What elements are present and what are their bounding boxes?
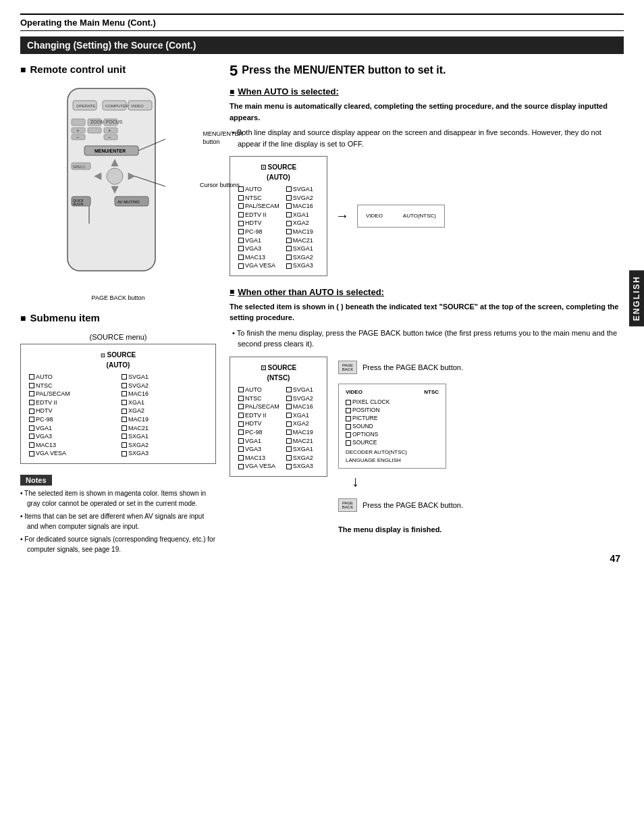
right-column: 5 Press the MENU/ENTER button to set it.… [230,63,624,538]
menu-item: AUTO [238,185,279,194]
menu-item: MAC16 [286,402,319,411]
press1-text: Press the PAGE BACK button. [363,363,463,371]
right-sequence: PAGEBACK Press the PAGE BACK button. VID… [338,357,463,533]
menu-item: MAC13 [29,441,115,450]
menu-finished: The menu display is finished. [338,525,463,533]
step-number: 5 [230,63,238,78]
notes-box: Notes • The selected item is shown in ma… [20,475,216,554]
menu-item: XGA2 [286,219,319,228]
when-other-heading: When other than AUTO is selected: [230,287,624,297]
screen2-content: VIDEO AUTO(NTSC) [365,209,437,222]
menu-item: XGA1 [286,411,319,420]
svg-text:ZOOM: ZOOM [90,120,105,124]
menu-item: PC-98 [238,428,279,437]
press2-text: Press the PAGE BACK button. [363,501,463,509]
menu-item: VGA3 [238,445,279,454]
screen-auto-illustration: ⊡ SOURCE(AUTO) AUTO NTSC PAL/SECAM EDTV … [230,156,624,276]
menu-item: SVGA2 [122,382,207,390]
menu-item: HDTV [29,407,115,415]
menu-item: MAC13 [238,454,279,463]
menu-item: EDTV II [238,411,279,420]
menu-item: PC-98 [238,228,279,236]
screen1-box: ⊡ SOURCE(AUTO) AUTO NTSC PAL/SECAM EDTV … [230,156,327,276]
screen3-col-right: SVGA1 SVGA2 MAC16 XGA1 XGA2 MAC19 MAC21 … [286,386,319,471]
source-menu-icon-title: ⊡ SOURCE(AUTO) [29,350,207,370]
svg-text:−: − [76,134,80,140]
page-header: Operating the Main Menu (Cont.) [20,14,624,31]
menu-item: VGA VESA [238,261,279,270]
menu-item: SXGA1 [122,432,207,441]
screen4-bottom1: DECODER AUTO(NTSC) [346,448,439,456]
svg-text:+: + [76,128,80,134]
remote-svg: OPERATE COMPUTER VIDEO VOL. ZOOM FOCUS + [47,82,189,293]
menu-item: SXGA2 [286,454,319,463]
menu-item: NTSC [238,394,279,403]
main-columns: Remote control unit OPERATE COMPUTER VID… [20,63,624,557]
screen2-left: VIDEO [366,212,383,219]
menu-item: PAL/SECAM [238,402,279,411]
screen1-cols: AUTO NTSC PAL/SECAM EDTV II HDTV PC-98 V… [238,185,319,270]
svg-text:FOCUS: FOCUS [106,120,123,124]
down-arrow-2: ↓ [338,473,463,490]
left-column: Remote control unit OPERATE COMPUTER VID… [20,63,216,557]
screen4-item-1: PIXEL CLOCK [346,398,439,407]
svg-rect-15 [88,128,101,133]
screen3-cols: AUTO NTSC PAL/SECAM EDTV II HDTV PC-98 V… [238,386,319,471]
menu-item: SXGA2 [286,253,319,262]
menu-item: MAC21 [286,236,319,245]
screen4-bottom2: LANGUAGE ENGLISH [346,457,439,464]
svg-text:ALIGN: ALIGN [73,202,83,206]
page-back-label: PAGE BACK button [92,294,145,301]
svg-text:SPEC'L: SPEC'L [73,165,86,169]
note-3: • For dedicated source signals (correspo… [20,534,216,554]
screen4-right-header: NTSC [424,388,439,396]
press-button-group-2: PAGEBACK Press the PAGE BACK button. [338,498,463,512]
section-title-bar: Changing (Setting) the Source (Cont.) [20,36,624,54]
menu-item: MAC21 [122,424,207,433]
menu-enter-label: MENU/ENTERbutton [203,130,243,146]
screen3-box: ⊡ SOURCE(NTSC) AUTO NTSC PAL/SECAM EDTV … [230,357,327,477]
menu-item: XGA2 [286,419,319,428]
menu-item: MAC13 [238,253,279,262]
page-back-icon-2: PAGEBACK [338,498,357,512]
menu-item: EDTV II [238,211,279,219]
remote-illustration: OPERATE COMPUTER VIDEO VOL. ZOOM FOCUS + [20,82,216,301]
step-title: 5 Press the MENU/ENTER button to set it. [230,63,624,78]
menu-col-left: AUTO NTSC PAL/SECAM EDTV II HDTV PC-98 V… [29,373,115,458]
menu-item: SVGA1 [286,386,319,394]
submenu-heading: Submenu item [20,312,216,323]
page-back-icon-1: PAGEBACK [338,361,357,374]
screen3-col-left: AUTO NTSC PAL/SECAM EDTV II HDTV PC-98 V… [238,386,279,471]
svg-point-29 [107,168,123,184]
screen2-right: AUTO(NTSC) [403,212,436,219]
menu-item: MAC16 [286,202,319,211]
screen4-left-header: VIDEO [346,388,363,396]
menu-item: PAL/SECAM [29,390,115,398]
when-other-desc: The selected item is shown in ( ) beneat… [230,301,624,323]
note-1: • The selected item is shown in magenta … [20,488,216,509]
screen1-col-right: SVGA1 SVGA2 MAC16 XGA1 XGA2 MAC19 MAC21 … [286,185,319,270]
when-auto-heading: When AUTO is selected: [230,86,624,97]
menu-item: SVGA1 [122,373,207,382]
menu-item: VGA1 [238,236,279,245]
when-auto-bullet: • Both line display and source display a… [230,127,624,149]
menu-item: VGA1 [29,424,115,433]
screen4-item-2: POSITION [346,407,439,415]
menu-cols: AUTO NTSC PAL/SECAM EDTV II HDTV PC-98 V… [29,373,207,458]
arrow-right-1: → [336,208,349,224]
menu-item: MAC21 [286,437,319,446]
menu-item: SXGA2 [122,441,207,450]
menu-item: PAL/SECAM [238,202,279,211]
menu-item: AUTO [238,386,279,394]
menu-item: MAC16 [122,390,207,398]
menu-item: XGA1 [122,398,207,407]
menu-item: SVGA2 [286,194,319,203]
menu-item: SXGA3 [122,449,207,458]
menu-item: VGA VESA [29,449,115,458]
screen3-title: ⊡ SOURCE(NTSC) [238,363,319,383]
menu-item: MAC19 [286,228,319,236]
press-button-group-1: PAGEBACK Press the PAGE BACK button. [338,361,463,374]
page-number: 47 [610,553,620,564]
svg-rect-8 [72,119,85,126]
notes-header: Notes [20,475,52,486]
